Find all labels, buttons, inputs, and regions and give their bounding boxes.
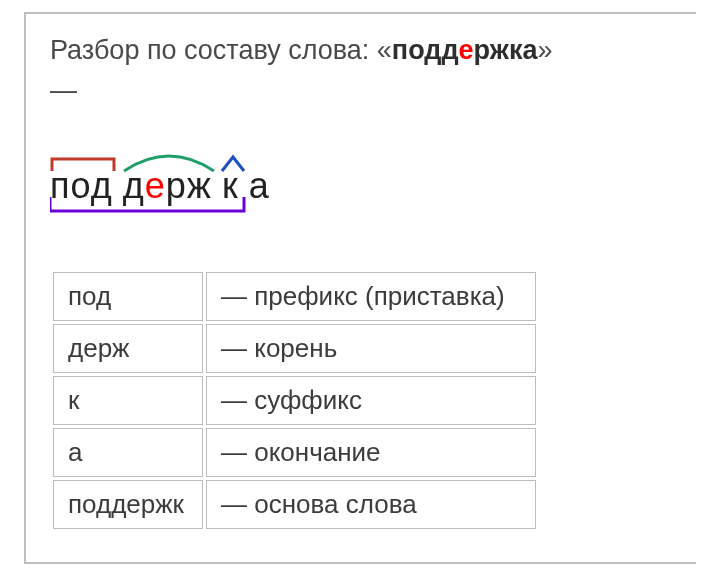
morph-ending: а xyxy=(249,165,270,206)
title-word-part2: ржка xyxy=(474,35,538,65)
morph-desc-cell: — основа слова xyxy=(206,480,536,529)
morph-desc-cell: — суффикс xyxy=(206,376,536,425)
morph-root-stress: е xyxy=(145,165,166,206)
title-dash: — xyxy=(50,72,672,108)
morpheme-table: под — префикс (приставка) держ — корень … xyxy=(50,269,539,532)
morph-part-cell: а xyxy=(53,428,203,477)
morph-prefix: под xyxy=(50,165,113,206)
morph-part-cell: к xyxy=(53,376,203,425)
morpheme-text: поддержка xyxy=(50,165,270,207)
table-row: держ — корень xyxy=(53,324,536,373)
title-line: Разбор по составу слова: «поддержка» — xyxy=(50,32,672,109)
title-prefix: Разбор по составу слова: « xyxy=(50,35,392,65)
table-row: а — окончание xyxy=(53,428,536,477)
morph-desc-cell: — префикс (приставка) xyxy=(206,272,536,321)
morph-suffix: к xyxy=(222,165,239,206)
table-row: под — префикс (приставка) xyxy=(53,272,536,321)
table-row: поддержк — основа слова xyxy=(53,480,536,529)
morph-part-cell: под xyxy=(53,272,203,321)
morph-part-cell: поддержк xyxy=(53,480,203,529)
morph-part-cell: держ xyxy=(53,324,203,373)
morph-root-1: д xyxy=(123,165,145,206)
morpheme-diagram: поддержка xyxy=(50,135,672,225)
title-word-part1: подд xyxy=(392,35,459,65)
title-suffix: » xyxy=(537,35,552,65)
table-row: к — суффикс xyxy=(53,376,536,425)
morph-desc-cell: — окончание xyxy=(206,428,536,477)
title-word-stress: е xyxy=(459,35,474,65)
morph-root-2: рж xyxy=(166,165,212,206)
morph-desc-cell: — корень xyxy=(206,324,536,373)
content-panel: Разбор по составу слова: «поддержка» — п… xyxy=(24,12,696,564)
